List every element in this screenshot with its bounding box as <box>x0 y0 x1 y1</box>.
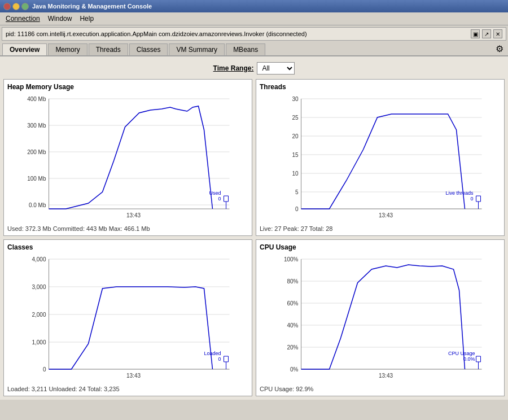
tabs-bar: Overview Memory Threads Classes VM Summa… <box>0 42 508 56</box>
threads-title: Threads <box>260 83 501 91</box>
content-area: Time Range: All 1 min 5 min 10 min 30 mi… <box>0 56 508 400</box>
classes-title: Classes <box>7 243 248 251</box>
threads-panel: Threads 30 25 20 15 10 5 <box>256 79 505 236</box>
svg-text:0: 0 <box>470 196 473 202</box>
external-icon[interactable]: ↗ <box>482 29 491 38</box>
tile-icon[interactable]: ▣ <box>471 29 480 38</box>
menu-help[interactable]: Help <box>76 14 97 24</box>
svg-text:13:43: 13:43 <box>126 212 141 218</box>
minimize-button[interactable] <box>12 3 20 10</box>
svg-text:0: 0 <box>218 196 221 202</box>
svg-marker-53 <box>224 356 229 362</box>
svg-text:0.0 Mb: 0.0 Mb <box>29 202 46 208</box>
svg-text:100 Mb: 100 Mb <box>27 176 46 182</box>
svg-text:80%: 80% <box>287 278 298 285</box>
svg-text:13:43: 13:43 <box>126 373 141 379</box>
svg-text:CPU Usage: CPU Usage <box>448 351 475 356</box>
menu-connection[interactable]: Connection <box>2 14 43 24</box>
heap-memory-svg: 400 Mb 300 Mb 200 Mb 100 Mb 0.0 Mb 13:43… <box>7 93 248 223</box>
svg-text:Live threads: Live threads <box>445 190 474 196</box>
tab-memory[interactable]: Memory <box>48 43 87 55</box>
window-title: Java Monitoring & Management Console <box>32 3 152 10</box>
svg-text:10: 10 <box>292 170 299 177</box>
time-range-bar: Time Range: All 1 min 5 min 10 min 30 mi… <box>3 60 505 79</box>
svg-text:20: 20 <box>292 133 299 139</box>
cpu-usage-chart: 100% 80% 60% 40% 20% 0% 13:43 CPU Usage … <box>260 253 501 383</box>
svg-text:0: 0 <box>218 356 221 362</box>
charts-grid: Heap Memory Usage 400 Mb 300 Mb 200 Mb 1… <box>3 79 505 396</box>
tab-classes[interactable]: Classes <box>129 43 168 55</box>
svg-marker-15 <box>224 196 229 202</box>
svg-text:13:43: 13:43 <box>379 212 393 218</box>
svg-text:0: 0 <box>43 366 46 373</box>
time-range-label: Time Range: <box>213 64 254 72</box>
classes-svg: 4,000 3,000 2,000 1,000 0 13:43 Loaded 0 <box>7 253 248 383</box>
maximize-button[interactable] <box>21 3 29 10</box>
tab-mbeans[interactable]: MBeans <box>226 43 265 55</box>
pid-bar: pid: 11186 com.intellij.rt.execution.app… <box>2 27 506 41</box>
cpu-usage-svg: 100% 80% 60% 40% 20% 0% 13:43 CPU Usage … <box>260 253 501 383</box>
threads-svg: 30 25 20 15 10 5 0 13:43 Live threads <box>260 93 501 223</box>
tab-overview[interactable]: Overview <box>2 43 47 55</box>
svg-text:0%: 0% <box>290 366 299 373</box>
heap-memory-title: Heap Memory Usage <box>7 83 248 91</box>
svg-text:400 Mb: 400 Mb <box>27 96 46 102</box>
menu-bar: Connection Window Help <box>0 12 508 25</box>
svg-text:3,000: 3,000 <box>32 284 46 290</box>
tab-vm-summary[interactable]: VM Summary <box>169 43 225 55</box>
cpu-usage-title: CPU Usage <box>260 243 501 251</box>
svg-text:4,000: 4,000 <box>32 256 46 262</box>
classes-panel: Classes 4,000 3,000 2,000 1,000 0 <box>3 239 252 396</box>
svg-text:15: 15 <box>292 152 299 158</box>
svg-text:5: 5 <box>295 189 299 195</box>
threads-stats: Live: 27 Peak: 27 Total: 28 <box>260 225 501 232</box>
title-bar: Java Monitoring & Management Console <box>0 0 508 12</box>
svg-text:1,000: 1,000 <box>32 339 46 345</box>
svg-text:20%: 20% <box>287 344 298 351</box>
classes-stats: Loaded: 3,211 Unloaded: 24 Total: 3,235 <box>7 386 248 392</box>
svg-text:25: 25 <box>292 115 299 121</box>
svg-text:Used: Used <box>209 190 221 196</box>
svg-text:200 Mb: 200 Mb <box>27 149 46 155</box>
pid-text: pid: 11186 com.intellij.rt.execution.app… <box>6 30 307 37</box>
svg-text:40%: 40% <box>287 322 298 329</box>
svg-text:2,000: 2,000 <box>32 312 46 318</box>
svg-text:100%: 100% <box>284 256 299 262</box>
close-button[interactable] <box>3 3 11 10</box>
svg-marker-36 <box>476 196 481 202</box>
window-controls[interactable] <box>3 3 29 10</box>
cpu-usage-stats: CPU Usage: 92.9% <box>260 386 501 392</box>
heap-memory-panel: Heap Memory Usage 400 Mb 300 Mb 200 Mb 1… <box>3 79 252 236</box>
pid-actions[interactable]: ▣ ↗ ✕ <box>471 29 502 38</box>
svg-text:0.0%: 0.0% <box>463 356 475 362</box>
svg-text:0: 0 <box>295 206 299 212</box>
settings-icon[interactable]: ⚙ <box>496 43 503 55</box>
classes-chart: 4,000 3,000 2,000 1,000 0 13:43 Loaded 0 <box>7 253 248 383</box>
heap-memory-chart: 400 Mb 300 Mb 200 Mb 100 Mb 0.0 Mb 13:43… <box>7 93 248 223</box>
threads-chart: 30 25 20 15 10 5 0 13:43 Live threads <box>260 93 501 223</box>
tab-threads[interactable]: Threads <box>89 43 128 55</box>
svg-text:13:43: 13:43 <box>379 373 393 379</box>
close-pid-icon[interactable]: ✕ <box>493 29 502 38</box>
svg-text:60%: 60% <box>287 300 298 307</box>
svg-marker-72 <box>476 356 481 362</box>
svg-text:300 Mb: 300 Mb <box>27 123 46 129</box>
time-range-select[interactable]: All 1 min 5 min 10 min 30 min 1 hour <box>257 62 295 75</box>
svg-text:30: 30 <box>292 96 299 102</box>
menu-window[interactable]: Window <box>45 14 76 24</box>
heap-memory-stats: Used: 372.3 Mb Committed: 443 Mb Max: 46… <box>7 225 248 232</box>
svg-text:Loaded: Loaded <box>204 351 221 356</box>
cpu-usage-panel: CPU Usage 100% 80% 60% 40% 20% 0% <box>256 239 505 396</box>
